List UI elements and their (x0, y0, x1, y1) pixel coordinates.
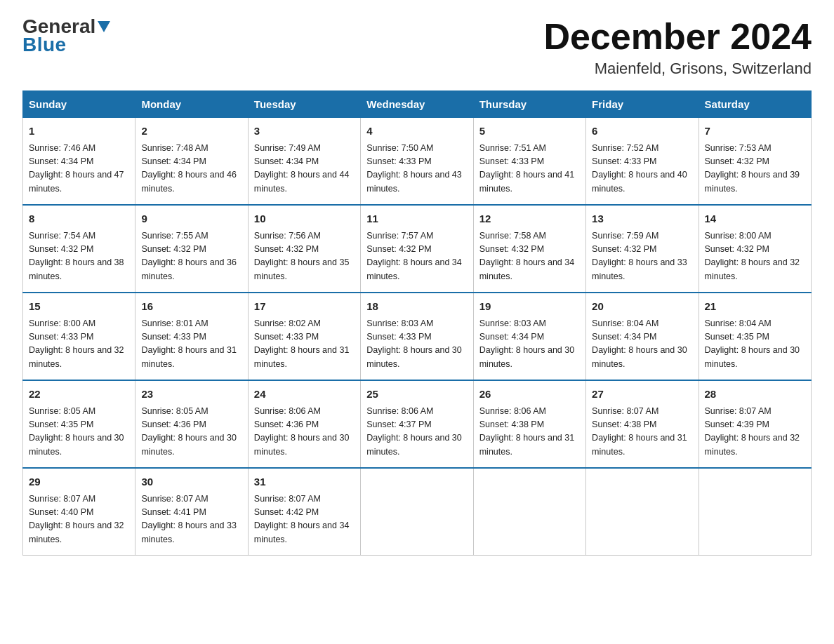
calendar-day-cell: 7 Sunrise: 7:53 AM Sunset: 4:32 PM Dayli… (699, 118, 811, 206)
calendar-day-cell: 13 Sunrise: 7:59 AM Sunset: 4:32 PM Dayl… (586, 205, 699, 293)
page-header: General Blue December 2024 Maienfeld, Gr… (22, 17, 812, 78)
calendar-day-cell: 16 Sunrise: 8:01 AM Sunset: 4:33 PM Dayl… (135, 293, 248, 380)
calendar-day-cell: 22 Sunrise: 8:05 AM Sunset: 4:35 PM Dayl… (23, 380, 135, 468)
title-section: December 2024 Maienfeld, Grisons, Switze… (543, 17, 812, 78)
logo-arrow-icon (98, 21, 110, 32)
calendar-day-cell: 25 Sunrise: 8:06 AM Sunset: 4:37 PM Dayl… (361, 380, 473, 468)
logo-blue-text: Blue (22, 35, 67, 55)
day-info: Sunrise: 8:06 AM Sunset: 4:38 PM Dayligh… (479, 405, 580, 459)
day-number: 1 (29, 123, 129, 140)
header-tuesday: Tuesday (248, 91, 360, 118)
day-info: Sunrise: 8:07 AM Sunset: 4:41 PM Dayligh… (141, 492, 241, 547)
calendar-table: Sunday Monday Tuesday Wednesday Thursday… (22, 90, 812, 556)
calendar-day-cell: 8 Sunrise: 7:54 AM Sunset: 4:32 PM Dayli… (23, 205, 135, 293)
calendar-day-cell: 27 Sunrise: 8:07 AM Sunset: 4:38 PM Dayl… (586, 380, 699, 468)
calendar-day-cell: 11 Sunrise: 7:57 AM Sunset: 4:32 PM Dayl… (361, 205, 473, 293)
day-number: 3 (254, 123, 355, 140)
calendar-day-cell: 5 Sunrise: 7:51 AM Sunset: 4:33 PM Dayli… (473, 118, 585, 206)
day-info: Sunrise: 7:57 AM Sunset: 4:32 PM Dayligh… (366, 229, 467, 284)
day-info: Sunrise: 8:03 AM Sunset: 4:33 PM Dayligh… (366, 317, 467, 372)
day-number: 12 (479, 211, 580, 227)
calendar-day-cell: 18 Sunrise: 8:03 AM Sunset: 4:33 PM Dayl… (361, 293, 473, 380)
day-info: Sunrise: 7:49 AM Sunset: 4:34 PM Dayligh… (254, 142, 355, 196)
calendar-day-cell: 6 Sunrise: 7:52 AM Sunset: 4:33 PM Dayli… (586, 118, 699, 206)
calendar-day-cell (699, 468, 811, 556)
day-info: Sunrise: 8:00 AM Sunset: 4:33 PM Dayligh… (29, 317, 129, 372)
calendar-week-row: 29 Sunrise: 8:07 AM Sunset: 4:40 PM Dayl… (23, 468, 812, 556)
day-number: 27 (592, 387, 692, 403)
day-info: Sunrise: 7:46 AM Sunset: 4:34 PM Dayligh… (29, 142, 129, 196)
calendar-day-cell: 2 Sunrise: 7:48 AM Sunset: 4:34 PM Dayli… (135, 118, 248, 206)
calendar-day-cell: 31 Sunrise: 8:07 AM Sunset: 4:42 PM Dayl… (248, 468, 360, 556)
day-info: Sunrise: 7:52 AM Sunset: 4:33 PM Dayligh… (592, 142, 692, 196)
day-number: 21 (705, 299, 805, 315)
calendar-header-row: Sunday Monday Tuesday Wednesday Thursday… (23, 91, 812, 118)
calendar-day-cell: 28 Sunrise: 8:07 AM Sunset: 4:39 PM Dayl… (699, 380, 811, 468)
calendar-week-row: 1 Sunrise: 7:46 AM Sunset: 4:34 PM Dayli… (23, 118, 812, 206)
day-info: Sunrise: 8:06 AM Sunset: 4:36 PM Dayligh… (254, 405, 355, 459)
day-number: 11 (366, 211, 467, 227)
day-number: 2 (141, 123, 241, 140)
header-saturday: Saturday (699, 91, 811, 118)
day-number: 24 (254, 387, 355, 403)
day-number: 22 (29, 387, 129, 403)
header-monday: Monday (135, 91, 248, 118)
calendar-day-cell: 9 Sunrise: 7:55 AM Sunset: 4:32 PM Dayli… (135, 205, 248, 293)
day-info: Sunrise: 8:07 AM Sunset: 4:38 PM Dayligh… (592, 405, 692, 459)
day-info: Sunrise: 7:58 AM Sunset: 4:32 PM Dayligh… (479, 229, 580, 284)
day-info: Sunrise: 8:07 AM Sunset: 4:39 PM Dayligh… (705, 405, 805, 459)
day-info: Sunrise: 8:02 AM Sunset: 4:33 PM Dayligh… (254, 317, 355, 372)
calendar-day-cell: 3 Sunrise: 7:49 AM Sunset: 4:34 PM Dayli… (248, 118, 360, 206)
header-thursday: Thursday (473, 91, 585, 118)
svg-marker-0 (98, 21, 110, 32)
day-info: Sunrise: 8:04 AM Sunset: 4:34 PM Dayligh… (592, 317, 692, 372)
day-number: 25 (366, 387, 467, 403)
day-number: 5 (479, 123, 580, 140)
day-info: Sunrise: 7:55 AM Sunset: 4:32 PM Dayligh… (141, 229, 241, 284)
day-number: 6 (592, 123, 692, 140)
location-subtitle: Maienfeld, Grisons, Switzerland (543, 60, 812, 78)
day-number: 14 (705, 211, 805, 227)
calendar-day-cell: 10 Sunrise: 7:56 AM Sunset: 4:32 PM Dayl… (248, 205, 360, 293)
day-info: Sunrise: 7:56 AM Sunset: 4:32 PM Dayligh… (254, 229, 355, 284)
day-number: 23 (141, 387, 241, 403)
calendar-day-cell: 30 Sunrise: 8:07 AM Sunset: 4:41 PM Dayl… (135, 468, 248, 556)
day-number: 17 (254, 299, 355, 315)
day-number: 20 (592, 299, 692, 315)
day-number: 28 (705, 387, 805, 403)
day-info: Sunrise: 8:05 AM Sunset: 4:36 PM Dayligh… (141, 405, 241, 459)
calendar-day-cell: 12 Sunrise: 7:58 AM Sunset: 4:32 PM Dayl… (473, 205, 585, 293)
day-info: Sunrise: 8:06 AM Sunset: 4:37 PM Dayligh… (366, 405, 467, 459)
calendar-day-cell (473, 468, 585, 556)
day-number: 8 (29, 211, 129, 227)
day-info: Sunrise: 7:59 AM Sunset: 4:32 PM Dayligh… (592, 229, 692, 284)
day-info: Sunrise: 7:54 AM Sunset: 4:32 PM Dayligh… (29, 229, 129, 284)
calendar-day-cell: 29 Sunrise: 8:07 AM Sunset: 4:40 PM Dayl… (23, 468, 135, 556)
day-info: Sunrise: 7:50 AM Sunset: 4:33 PM Dayligh… (366, 142, 467, 196)
calendar-day-cell: 20 Sunrise: 8:04 AM Sunset: 4:34 PM Dayl… (586, 293, 699, 380)
day-info: Sunrise: 8:01 AM Sunset: 4:33 PM Dayligh… (141, 317, 241, 372)
calendar-week-row: 15 Sunrise: 8:00 AM Sunset: 4:33 PM Dayl… (23, 293, 812, 380)
day-info: Sunrise: 8:05 AM Sunset: 4:35 PM Dayligh… (29, 405, 129, 459)
day-info: Sunrise: 8:00 AM Sunset: 4:32 PM Dayligh… (705, 229, 805, 284)
calendar-day-cell: 24 Sunrise: 8:06 AM Sunset: 4:36 PM Dayl… (248, 380, 360, 468)
calendar-day-cell: 19 Sunrise: 8:03 AM Sunset: 4:34 PM Dayl… (473, 293, 585, 380)
calendar-day-cell: 17 Sunrise: 8:02 AM Sunset: 4:33 PM Dayl… (248, 293, 360, 380)
calendar-day-cell: 1 Sunrise: 7:46 AM Sunset: 4:34 PM Dayli… (23, 118, 135, 206)
day-info: Sunrise: 8:04 AM Sunset: 4:35 PM Dayligh… (705, 317, 805, 372)
day-number: 15 (29, 299, 129, 315)
day-number: 13 (592, 211, 692, 227)
day-number: 18 (366, 299, 467, 315)
day-number: 16 (141, 299, 241, 315)
day-info: Sunrise: 8:07 AM Sunset: 4:40 PM Dayligh… (29, 492, 129, 547)
header-sunday: Sunday (23, 91, 135, 118)
day-number: 9 (141, 211, 241, 227)
header-friday: Friday (586, 91, 699, 118)
day-info: Sunrise: 7:51 AM Sunset: 4:33 PM Dayligh… (479, 142, 580, 196)
calendar-day-cell: 4 Sunrise: 7:50 AM Sunset: 4:33 PM Dayli… (361, 118, 473, 206)
calendar-week-row: 8 Sunrise: 7:54 AM Sunset: 4:32 PM Dayli… (23, 205, 812, 293)
header-wednesday: Wednesday (361, 91, 473, 118)
day-number: 31 (254, 474, 355, 490)
calendar-day-cell (586, 468, 699, 556)
calendar-week-row: 22 Sunrise: 8:05 AM Sunset: 4:35 PM Dayl… (23, 380, 812, 468)
